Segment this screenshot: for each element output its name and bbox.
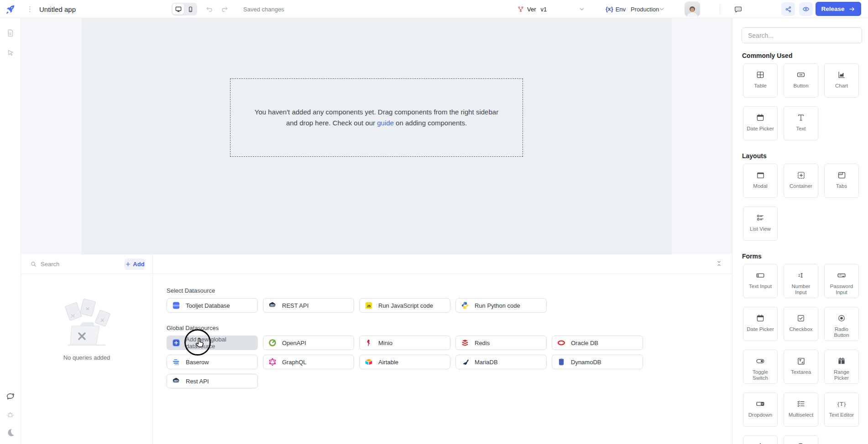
arrow-right-icon	[848, 5, 856, 13]
guide-link[interactable]: guide	[377, 119, 394, 127]
widget-card-modal[interactable]: Modal	[743, 164, 778, 198]
global-datasource-label: Global Datasources	[167, 325, 732, 331]
app-menu-kebab-icon[interactable]: ⋮	[26, 0, 34, 18]
user-avatar[interactable]	[685, 1, 700, 17]
left-rail	[0, 18, 21, 444]
components-panel: Commonly UsedTableOKButtonChartDate Pick…	[732, 18, 868, 444]
share-button[interactable]	[781, 2, 795, 16]
datasource-oracle-db-button[interactable]: Oracle DB	[552, 336, 643, 350]
dark-mode-moon-icon[interactable]	[5, 428, 16, 438]
datasource-graphql-button[interactable]: GraphQL	[263, 355, 354, 369]
widget-card-chart[interactable]: Chart	[824, 63, 859, 98]
widget-card-table[interactable]: Table	[743, 63, 778, 98]
container-icon	[796, 170, 806, 180]
version-chevron-down-icon[interactable]	[579, 0, 585, 18]
datasource-label: Tooljet Database	[186, 302, 230, 309]
password-input-icon: **	[837, 270, 847, 280]
widget-card-radio-button[interactable]: Radio Button	[824, 307, 859, 341]
widget-card-dropdown[interactable]: Dropdown	[743, 392, 778, 427]
widget-card-textarea[interactable]: Textarea	[784, 350, 818, 384]
datasource-dynamodb-button[interactable]: DynamoDB	[552, 355, 643, 369]
environment-selector[interactable]: {x} Env Production	[606, 0, 659, 18]
datasource-rest-api-button[interactable]: RESTREST API	[263, 298, 354, 313]
chat-icon[interactable]	[5, 392, 16, 402]
date-picker-icon	[756, 313, 765, 323]
tooljet-logo-icon[interactable]	[5, 0, 16, 18]
widget-label: Text Input	[747, 284, 774, 289]
version-selector[interactable]: Ver v1	[517, 0, 547, 18]
datasource-tooljet-database-button[interactable]: Tooljet Database	[167, 298, 258, 313]
widget-section-layouts: LayoutsModalContainerTabsList View	[742, 152, 861, 241]
env-chevron-down-icon[interactable]	[659, 0, 665, 18]
widget-card-checkbox[interactable]: Checkbox	[784, 307, 818, 341]
datasource-redis-button[interactable]: Redis	[455, 336, 547, 350]
datasource-add-new-global-datasource-button[interactable]: Add new global datasource	[167, 336, 258, 350]
widget-card-multiselect[interactable]: Multiselect	[784, 392, 818, 427]
star-rating-icon	[755, 442, 765, 444]
widget-label: Text	[794, 126, 807, 132]
widget-card-container[interactable]: Container	[784, 164, 818, 198]
widget-card-list-view[interactable]: List View	[743, 207, 778, 241]
app-title[interactable]: Untitled app	[39, 0, 76, 18]
release-button[interactable]: Release	[816, 2, 861, 16]
query-search-input[interactable]	[41, 261, 121, 268]
checkbox-icon	[796, 313, 805, 323]
datasource-minio-button[interactable]: Minio	[359, 336, 450, 350]
inspector-cursor-icon[interactable]	[6, 49, 15, 58]
datasource-run-python-code-button[interactable]: Run Python code	[455, 298, 547, 313]
widget-card-text[interactable]: Text	[784, 106, 818, 140]
widget-card-file-picker[interactable]	[784, 435, 818, 444]
widget-label: Radio Button	[825, 326, 858, 338]
table-icon	[756, 70, 765, 80]
pages-icon[interactable]	[5, 28, 15, 38]
desktop-layout-button[interactable]	[173, 4, 184, 15]
mobile-layout-button[interactable]	[185, 4, 196, 15]
widget-card-date-picker[interactable]: Date Picker	[743, 106, 778, 140]
text-editor-icon: {T}	[837, 399, 847, 409]
app-canvas[interactable]: You haven't added any components yet. Dr…	[81, 18, 672, 254]
dynamodb-icon	[557, 357, 566, 367]
widget-card-range-picker[interactable]: Range Picker	[824, 350, 859, 384]
widget-card-password-input[interactable]: **Password Input	[824, 264, 859, 298]
datasource-airtable-button[interactable]: Airtable	[359, 355, 450, 369]
widget-label: Date Picker	[745, 326, 775, 332]
widget-card-text-input[interactable]: Text Input	[743, 264, 778, 298]
debugger-bug-icon[interactable]	[5, 410, 15, 419]
datasource-label: Add new global datasource	[186, 336, 253, 350]
svg-text:{T}: {T}	[837, 401, 846, 407]
add-query-button[interactable]: Add	[125, 258, 145, 270]
version-icon	[517, 5, 524, 13]
section-title: Commonly Used	[742, 52, 861, 59]
widget-label: Multiselect	[787, 412, 815, 418]
svg-text:OK: OK	[799, 74, 803, 76]
widget-card-tabs[interactable]: Tabs	[824, 164, 859, 198]
widget-card-number-input[interactable]: 2Number Input	[784, 264, 818, 298]
widget-search-input[interactable]	[742, 27, 862, 43]
rest-api-icon: REST	[172, 377, 181, 386]
tabs-icon	[837, 170, 847, 180]
section-title: Layouts	[742, 152, 861, 160]
preview-eye-button[interactable]	[799, 2, 813, 16]
widget-card-toggle-switch[interactable]: Toggle Switch	[743, 350, 778, 384]
widget-card-text-editor[interactable]: {T}Text Editor	[824, 392, 859, 427]
release-label: Release	[821, 5, 844, 12]
tooljet-database-icon	[172, 301, 181, 310]
datasource-label: REST API	[282, 302, 309, 309]
datasource-run-javascript-code-button[interactable]: JSRun JavaScript code	[359, 298, 450, 313]
redo-button[interactable]	[220, 0, 229, 18]
number-input-icon: 2	[796, 270, 806, 280]
datasource-openapi-button[interactable]: OpenAPI	[263, 336, 354, 350]
datasource-baserow-button[interactable]: Baserow	[167, 355, 258, 369]
widget-card-button[interactable]: OKButton	[784, 63, 818, 98]
datasource-mariadb-button[interactable]: MariaDB	[455, 355, 547, 369]
widget-card-star-rating[interactable]	[743, 435, 778, 444]
minio-icon	[364, 338, 373, 347]
openapi-icon	[268, 338, 277, 347]
undo-button[interactable]	[205, 0, 214, 18]
comments-icon[interactable]	[734, 0, 743, 18]
collapse-query-panel-icon[interactable]	[715, 259, 723, 268]
datasource-rest-api-button[interactable]: RESTRest API	[167, 374, 258, 388]
local-datasource-list: Tooljet DatabaseRESTREST APIJSRun JavaSc…	[167, 298, 650, 313]
widget-label: List View	[748, 226, 773, 232]
widget-card-date-picker[interactable]: Date Picker	[743, 307, 778, 341]
